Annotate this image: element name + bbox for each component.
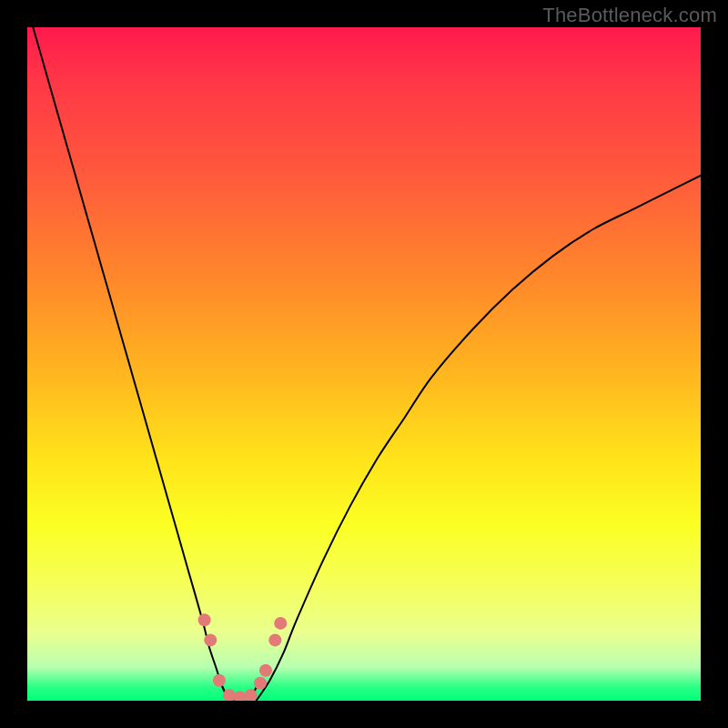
marker-dot [268, 633, 281, 646]
marker-dot [198, 613, 211, 626]
watermark-text: TheBottleneck.com [542, 4, 717, 27]
outer-frame: TheBottleneck.com [0, 0, 728, 728]
curve-layer [27, 27, 701, 701]
marker-dot [259, 664, 272, 677]
series-left-branch [27, 27, 229, 701]
marker-dot [274, 617, 287, 630]
marker-dot [204, 633, 217, 646]
marker-dot [254, 677, 267, 690]
series-right-branch [257, 176, 701, 701]
marker-dot [213, 674, 226, 687]
plot-area [27, 27, 701, 701]
